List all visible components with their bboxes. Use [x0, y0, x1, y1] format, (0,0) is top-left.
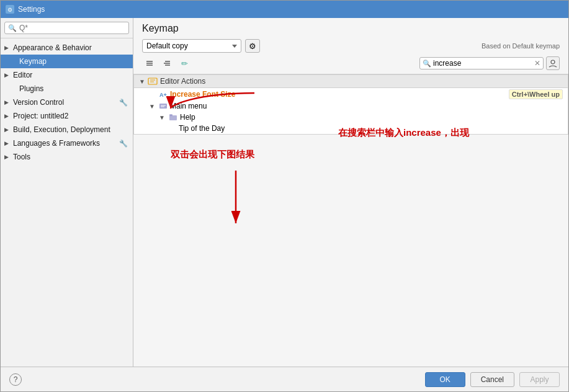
panel-title: Keymap — [142, 23, 560, 34]
tree-item-help[interactable]: ▼ Help — [134, 112, 568, 123]
keymap-gear-button[interactable]: ⚙ — [245, 39, 260, 53]
arrow-icon-vc: ▶ — [4, 99, 11, 105]
title-bar: ⚙ Settings — [1, 1, 568, 18]
toolbar-btn-2[interactable] — [159, 56, 174, 70]
tree-item-label-tip: Tip of the Day — [179, 124, 225, 133]
arrow-icon-appearance: ▶ — [4, 45, 11, 51]
bottom-left: ? — [9, 373, 22, 386]
annotation-container: ▼ Editor Actions A+ Increase Font Size — [133, 74, 568, 367]
sidebar-item-languages[interactable]: ▶ Languages & Frameworks 🔧 — [1, 136, 133, 150]
sidebar-search-icon: 🔍 — [8, 24, 17, 32]
help-button[interactable]: ? — [9, 373, 22, 386]
sidebar: 🔍 ▶ Appearance & Behavior ▶ Keymap ▶ — [1, 18, 133, 367]
sidebar-search-input[interactable] — [19, 24, 125, 32]
apply-button-label: Apply — [530, 375, 549, 384]
based-on-text: Based on Default keymap — [482, 42, 560, 50]
svg-rect-16 — [169, 115, 177, 120]
bottom-right: OK Cancel Apply — [425, 372, 560, 387]
svg-rect-17 — [169, 114, 172, 116]
svg-text:A+: A+ — [159, 92, 167, 98]
sidebar-badge-vc: 🔧 — [119, 99, 128, 107]
sidebar-item-project[interactable]: ▶ Project: untitled2 — [1, 109, 133, 123]
main-content: 🔍 ▶ Appearance & Behavior ▶ Keymap ▶ — [1, 18, 568, 367]
keymap-select-wrapper: Default copy — [142, 39, 241, 53]
sidebar-item-label-project: Project: untitled2 — [13, 112, 128, 120]
sidebar-item-label-tools: Tools — [13, 153, 128, 161]
ok-button[interactable]: OK — [425, 372, 465, 387]
tree-item-label-main-menu: Main menu — [170, 102, 207, 110]
sidebar-item-label-vc: Version Control — [13, 98, 117, 107]
right-panel: Keymap Default copy ⚙ Based on Default k… — [133, 18, 568, 367]
keymap-select[interactable]: Default copy — [142, 39, 241, 53]
keymap-search-input[interactable] — [433, 59, 532, 68]
tree-expand-icon-help: ▼ — [159, 114, 166, 121]
help-button-label: ? — [14, 375, 18, 384]
svg-text:⚙: ⚙ — [7, 7, 12, 13]
right-panel-wrapper: Keymap Default copy ⚙ Based on Default k… — [133, 18, 568, 367]
main-menu-icon — [159, 102, 168, 110]
toolbar-btn-edit[interactable]: ✏ — [177, 56, 192, 70]
increase-font-icon: A+ — [159, 91, 168, 98]
tree-item-increase-font[interactable]: A+ Increase Font Size Ctrl+\Wheel up — [134, 88, 568, 100]
sidebar-search-wrapper: 🔍 — [4, 22, 129, 34]
tree-item-label-increase: Increase Font Size — [170, 90, 235, 99]
tree-item-label-help: Help — [180, 113, 195, 122]
sidebar-item-label-editor: Editor — [13, 71, 128, 79]
sidebar-item-tools[interactable]: ▶ Tools — [1, 150, 133, 164]
sidebar-item-label-plugins: Plugins — [19, 84, 128, 93]
sidebar-item-version-control[interactable]: ▶ Version Control 🔧 — [1, 96, 133, 109]
tree-wrapper: ▼ Editor Actions A+ Increase Font Size — [133, 74, 568, 367]
sidebar-item-label-build: Build, Execution, Deployment — [13, 125, 128, 134]
sidebar-item-appearance[interactable]: ▶ Appearance & Behavior — [1, 41, 133, 55]
panel-header: Keymap Default copy ⚙ Based on Default k… — [133, 18, 568, 74]
arrow-icon-project: ▶ — [4, 113, 11, 119]
ok-button-label: OK — [439, 375, 450, 384]
svg-point-8 — [551, 60, 555, 64]
keymap-left: Default copy ⚙ — [142, 39, 260, 53]
sidebar-search-container: 🔍 — [1, 18, 133, 38]
tree-area: ▼ Editor Actions A+ Increase Font Size — [133, 74, 568, 135]
person-filter-button[interactable] — [546, 56, 560, 70]
settings-window: ⚙ Settings 🔍 ▶ Appearance & Behavior — [0, 0, 569, 392]
arrow-icon-lang: ▶ — [4, 140, 11, 146]
keymap-controls: Default copy ⚙ Based on Default keymap — [142, 39, 560, 53]
sidebar-item-editor[interactable]: ▶ Editor — [1, 68, 133, 82]
cancel-button-label: Cancel — [481, 375, 504, 384]
title-bar-icon: ⚙ — [6, 5, 14, 14]
search-right: 🔍 ✕ — [419, 56, 560, 70]
tree-section-expand-icon: ▼ — [139, 78, 145, 85]
sidebar-item-label-lang: Languages & Frameworks — [13, 139, 117, 148]
tree-section-header: ▼ Editor Actions — [134, 75, 568, 88]
title-bar-label: Settings — [18, 5, 45, 14]
tree-item-main-menu[interactable]: ▼ Main menu — [134, 100, 568, 112]
svg-rect-9 — [148, 78, 157, 84]
sidebar-item-build[interactable]: ▶ Build, Execution, Deployment — [1, 123, 133, 136]
arrow-icon-tools: ▶ — [4, 154, 11, 160]
apply-button[interactable]: Apply — [519, 372, 560, 387]
sidebar-item-label-appearance: Appearance & Behavior — [13, 43, 128, 52]
toolbar-row: ✏ 🔍 ✕ — [142, 56, 560, 71]
sidebar-item-keymap[interactable]: ▶ Keymap — [1, 55, 133, 68]
bottom-bar: ? OK Cancel Apply — [1, 367, 568, 391]
svg-rect-13 — [159, 104, 167, 109]
keymap-search-icon: 🔍 — [423, 60, 431, 68]
sidebar-item-plugins[interactable]: ▶ Plugins — [1, 82, 133, 96]
keymap-search-wrapper: 🔍 ✕ — [419, 57, 544, 69]
sidebar-badge-lang: 🔧 — [119, 140, 128, 148]
sidebar-nav: ▶ Appearance & Behavior ▶ Keymap ▶ Edito… — [1, 38, 133, 367]
tree-item-shortcut-increase: Ctrl+\Wheel up — [509, 89, 563, 99]
help-folder-icon — [169, 114, 177, 121]
cancel-button[interactable]: Cancel — [470, 372, 514, 387]
toolbar-btn-1[interactable] — [142, 56, 157, 70]
sidebar-item-label-keymap: Keymap — [19, 57, 128, 66]
tree-item-tip-of-day[interactable]: Tip of the Day — [134, 123, 568, 134]
toolbar-left: ✏ — [142, 56, 192, 70]
tree-section-label: Editor Actions — [160, 77, 205, 86]
arrow-icon-build: ▶ — [4, 127, 11, 133]
keymap-search-clear[interactable]: ✕ — [534, 60, 540, 67]
tree-expand-icon-main: ▼ — [149, 103, 156, 110]
arrow-icon-editor: ▶ — [4, 72, 11, 78]
editor-actions-icon — [148, 77, 158, 86]
